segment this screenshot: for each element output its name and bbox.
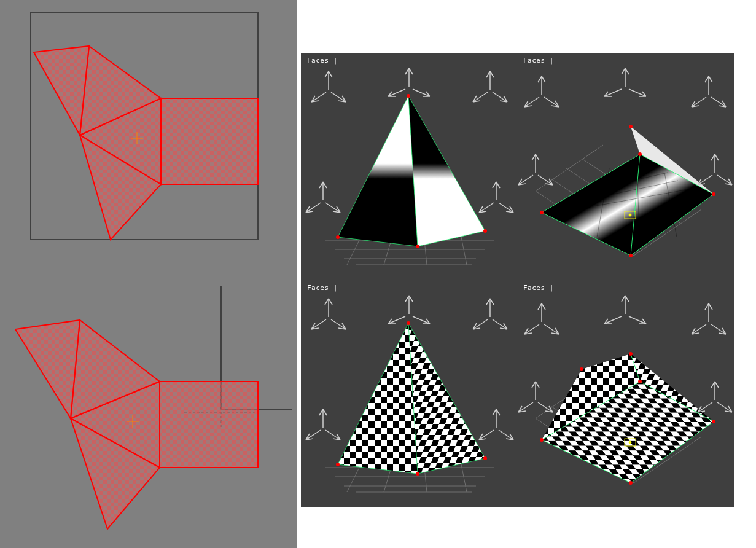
svg-point-33: [407, 94, 410, 98]
svg-point-60: [629, 481, 633, 485]
svg-point-35: [416, 245, 419, 248]
svg-point-36: [483, 229, 487, 233]
svg-marker-47: [338, 323, 418, 474]
svg-point-46: [629, 214, 631, 216]
viewport-top-left[interactable]: Faces |: [301, 53, 517, 280]
viewport-bottom-left[interactable]: Faces |: [301, 280, 517, 507]
uv-unwrap-top[interactable]: [34, 46, 258, 240]
uv-editor-bottom[interactable]: [0, 274, 297, 548]
svg-marker-15: [160, 382, 258, 468]
svg-point-42: [712, 192, 715, 196]
svg-point-40: [540, 211, 544, 214]
svg-point-41: [638, 152, 642, 156]
svg-marker-31: [338, 96, 418, 246]
pyramid-mesh[interactable]: [336, 321, 487, 476]
viewport-bottom-right[interactable]: Faces |: [517, 280, 733, 507]
svg-point-50: [336, 463, 340, 466]
svg-point-59: [712, 420, 715, 423]
svg-point-49: [407, 321, 410, 325]
svg-point-44: [629, 125, 633, 128]
svg-point-51: [416, 472, 419, 476]
svg-point-34: [336, 235, 340, 239]
svg-point-57: [540, 438, 544, 442]
viewport-top-right[interactable]: Faces |: [517, 53, 733, 280]
pyramid-mesh[interactable]: [336, 94, 487, 248]
svg-marker-48: [408, 323, 485, 474]
svg-point-58: [638, 380, 642, 383]
svg-point-43: [629, 254, 633, 257]
pyramid-mesh[interactable]: [540, 125, 715, 257]
svg-point-61: [629, 352, 633, 356]
svg-marker-32: [408, 96, 485, 246]
svg-marker-18: [15, 320, 80, 418]
svg-marker-7: [34, 46, 89, 135]
svg-point-52: [483, 456, 487, 460]
svg-point-62: [580, 367, 583, 371]
3d-viewport-quad: Faces | Faces |: [301, 53, 734, 507]
uv-editor-top[interactable]: [0, 0, 297, 274]
svg-marker-4: [161, 98, 258, 184]
uv-editor-panel: [0, 0, 297, 548]
svg-point-64: [629, 441, 631, 444]
pyramid-mesh[interactable]: [540, 352, 715, 485]
